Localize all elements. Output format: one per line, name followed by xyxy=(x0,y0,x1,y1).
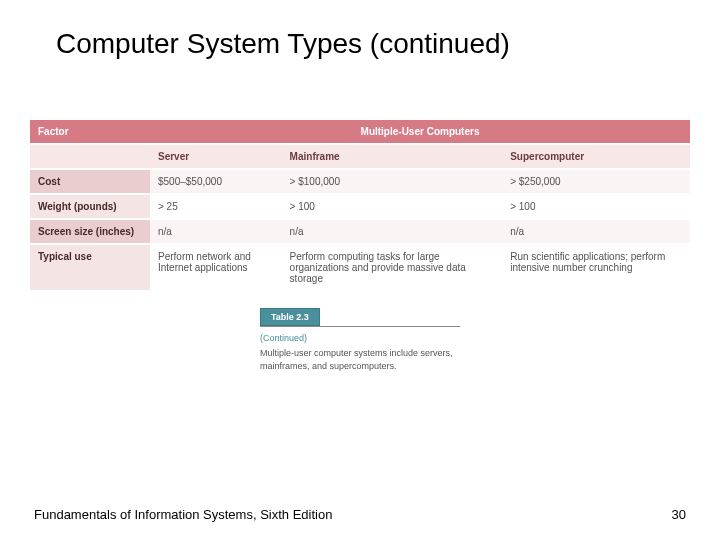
cell: Perform network and Internet application… xyxy=(150,244,282,290)
cell: > 100 xyxy=(502,194,690,219)
comparison-table: Factor Multiple-User Computers Server Ma… xyxy=(30,120,690,290)
row-label-cost: Cost xyxy=(30,169,150,194)
cell: Perform computing tasks for large organi… xyxy=(282,244,503,290)
table-row: Typical use Perform network and Internet… xyxy=(30,244,690,290)
slide-footer: Fundamentals of Information Systems, Six… xyxy=(0,507,720,522)
cell: > $250,000 xyxy=(502,169,690,194)
comparison-table-container: Factor Multiple-User Computers Server Ma… xyxy=(30,120,690,290)
cell: $500–$50,000 xyxy=(150,169,282,194)
caption-text: Multiple-user computer systems include s… xyxy=(260,347,460,372)
caption-continued: (Continued) xyxy=(260,333,460,343)
col-subheader-mainframe: Mainframe xyxy=(282,144,503,169)
row-label-screen: Screen size (inches) xyxy=(30,219,150,244)
cell: n/a xyxy=(502,219,690,244)
table-row: Weight (pounds) > 25 > 100 > 100 xyxy=(30,194,690,219)
col-header-span: Multiple-User Computers xyxy=(150,120,690,144)
cell: n/a xyxy=(282,219,503,244)
footer-source: Fundamentals of Information Systems, Six… xyxy=(34,507,332,522)
col-header-factor: Factor xyxy=(30,120,150,144)
cell: > 100 xyxy=(282,194,503,219)
slide-title: Computer System Types (continued) xyxy=(0,0,720,60)
cell: n/a xyxy=(150,219,282,244)
table-row: Cost $500–$50,000 > $100,000 > $250,000 xyxy=(30,169,690,194)
table-row: Screen size (inches) n/a n/a n/a xyxy=(30,219,690,244)
cell: > $100,000 xyxy=(282,169,503,194)
table-caption: Table 2.3 (Continued) Multiple-user comp… xyxy=(260,308,460,372)
col-subheader-supercomputer: Supercomputer xyxy=(502,144,690,169)
row-label-use: Typical use xyxy=(30,244,150,290)
footer-page-number: 30 xyxy=(672,507,686,522)
cell: > 25 xyxy=(150,194,282,219)
cell: Run scientific applications; perform int… xyxy=(502,244,690,290)
col-subheader-server: Server xyxy=(150,144,282,169)
col-subheader-blank xyxy=(30,144,150,169)
row-label-weight: Weight (pounds) xyxy=(30,194,150,219)
caption-tag: Table 2.3 xyxy=(260,308,320,326)
